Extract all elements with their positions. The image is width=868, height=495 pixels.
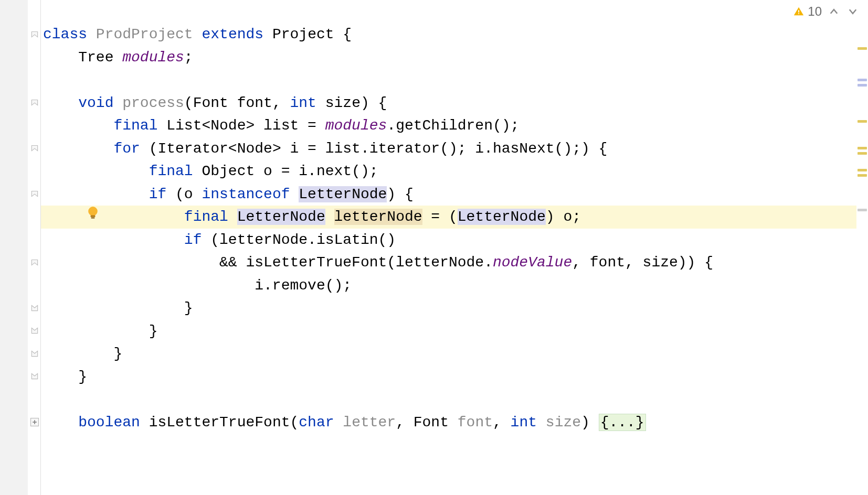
code-line[interactable]: boolean isLetterTrueFont(char letter, Fo… xyxy=(41,411,856,434)
keyword: if xyxy=(184,232,202,248)
type-ref: LetterNode xyxy=(458,209,546,225)
code-line[interactable]: && isLetterTrueFont(letterNode.nodeValue… xyxy=(41,251,856,274)
code-lines: class ProdProject extends Project { Tree… xyxy=(41,0,856,434)
svg-rect-7 xyxy=(91,217,95,218)
warning-icon xyxy=(793,6,805,17)
code-area[interactable]: 10 class ProdProject extends Project { T… xyxy=(41,0,868,495)
keyword: int xyxy=(290,95,316,111)
code-line[interactable]: void process(Font font, int size) { xyxy=(41,92,856,115)
code-line[interactable] xyxy=(41,388,856,411)
keyword: final xyxy=(149,163,193,179)
code-line[interactable]: } xyxy=(41,320,856,343)
keyword: char xyxy=(299,414,334,431)
fold-expand-icon[interactable] xyxy=(29,417,40,427)
warning-marker[interactable] xyxy=(858,169,867,171)
type-ref: Font xyxy=(414,414,449,431)
local-var: letterNode xyxy=(334,209,422,225)
keyword: for xyxy=(113,141,140,157)
code-line[interactable]: Tree modules; xyxy=(41,46,856,69)
code-line[interactable]: } xyxy=(41,365,856,389)
info-marker[interactable] xyxy=(858,79,867,81)
code-line[interactable]: class ProdProject extends Project { xyxy=(41,23,856,46)
folded-region[interactable]: {...} xyxy=(599,414,646,431)
gutter xyxy=(0,0,41,495)
type-ref: Tree xyxy=(78,49,122,66)
code-line[interactable]: if (o instanceof LetterNode) { xyxy=(41,183,856,206)
fold-icon[interactable] xyxy=(29,257,40,267)
type-ref: Project xyxy=(272,26,334,42)
code-line[interactable]: i.remove(); xyxy=(41,274,856,297)
type-ref: LetterNode xyxy=(237,209,325,225)
keyword: final xyxy=(113,117,157,134)
code-editor: 10 class ProdProject extends Project { T… xyxy=(0,0,868,495)
warning-marker[interactable] xyxy=(858,152,867,155)
type-ref: LetterNode xyxy=(299,186,387,202)
keyword: final xyxy=(184,209,228,225)
fold-up-icon[interactable] xyxy=(29,303,40,313)
keyword: int xyxy=(511,414,537,431)
svg-rect-3 xyxy=(798,10,799,13)
field-ref: modules xyxy=(325,117,387,134)
code-line[interactable] xyxy=(41,69,856,92)
code-line[interactable]: final Object o = i.next(); xyxy=(41,160,856,183)
info-marker[interactable] xyxy=(858,84,867,87)
svg-rect-6 xyxy=(91,216,96,217)
caret-marker[interactable] xyxy=(858,209,867,211)
warning-marker[interactable] xyxy=(858,120,867,123)
fold-icon[interactable] xyxy=(29,97,40,107)
prev-highlight-button[interactable] xyxy=(827,5,841,18)
warning-marker[interactable] xyxy=(858,47,867,50)
code-line[interactable]: for (Iterator<Node> i = list.iterator();… xyxy=(41,137,856,160)
fold-up-icon[interactable] xyxy=(29,371,40,381)
keyword: void xyxy=(78,95,113,111)
warning-count: 10 xyxy=(808,4,822,19)
class-name: ProdProject xyxy=(96,26,193,42)
error-stripe[interactable] xyxy=(856,0,868,495)
code-line-current[interactable]: final LetterNode letterNode = (LetterNod… xyxy=(41,206,856,229)
field-ref: nodeValue xyxy=(493,254,572,271)
next-highlight-button[interactable] xyxy=(846,5,860,18)
keyword: instanceof xyxy=(202,186,290,202)
keyword: boolean xyxy=(78,414,140,431)
code-line[interactable]: } xyxy=(41,342,856,365)
warning-badge[interactable]: 10 xyxy=(793,4,822,19)
keyword: extends xyxy=(202,26,263,42)
fold-icon[interactable] xyxy=(29,188,40,199)
fold-icon[interactable] xyxy=(29,29,40,39)
svg-point-5 xyxy=(88,207,98,216)
keyword: class xyxy=(43,26,87,42)
fold-up-icon[interactable] xyxy=(29,325,40,336)
method-name: process xyxy=(113,95,184,111)
intention-bulb-icon[interactable] xyxy=(87,206,99,221)
code-line[interactable]: final List<Node> list = modules.getChild… xyxy=(41,114,856,137)
keyword: if xyxy=(149,186,167,202)
type-ref: Font xyxy=(193,95,228,111)
code-line[interactable] xyxy=(41,0,856,23)
gutter-background xyxy=(0,0,28,495)
fold-icon[interactable] xyxy=(29,143,40,153)
warning-marker[interactable] xyxy=(858,147,867,149)
warning-marker[interactable] xyxy=(858,174,867,177)
code-line[interactable]: } xyxy=(41,297,856,320)
code-line[interactable]: if (letterNode.isLatin() xyxy=(41,229,856,252)
field-ref: modules xyxy=(122,49,184,66)
inspection-bar: 10 xyxy=(793,4,860,19)
fold-up-icon[interactable] xyxy=(29,348,40,359)
svg-rect-4 xyxy=(798,13,799,14)
method-name: isLetterTrueFont xyxy=(140,414,290,431)
